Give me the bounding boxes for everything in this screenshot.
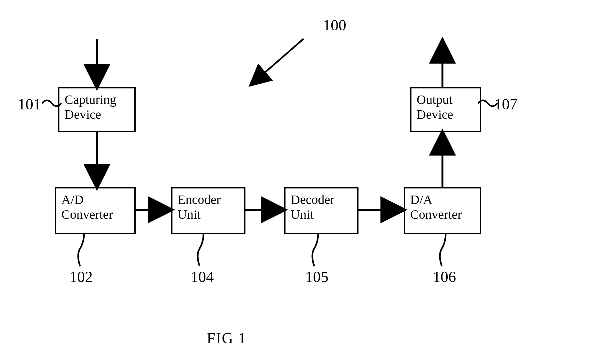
block-ad-converter: A/DConverter — [55, 187, 136, 234]
leader-106 — [440, 234, 446, 266]
block-output-device: OutputDevice — [410, 87, 481, 132]
leader-104 — [198, 234, 203, 266]
figure-caption: FIG 1 — [207, 329, 246, 347]
ref-105-label: 105 — [305, 268, 328, 286]
block-da-converter-label: D/AConverter — [410, 192, 462, 222]
block-encoder-unit: EncoderUnit — [171, 187, 245, 234]
leader-105 — [312, 234, 318, 266]
block-capturing-device-label: CapturingDevice — [65, 92, 116, 122]
main-ref-label: 100 — [323, 16, 346, 34]
leader-102 — [78, 234, 84, 266]
block-capturing-device: CapturingDevice — [58, 87, 136, 132]
block-decoder-unit: DecoderUnit — [284, 187, 358, 234]
ref-106-label: 106 — [433, 268, 456, 286]
block-decoder-unit-label: DecoderUnit — [291, 192, 334, 222]
block-encoder-unit-label: EncoderUnit — [178, 192, 221, 222]
block-output-device-label: OutputDevice — [417, 92, 453, 122]
ref-102-label: 102 — [69, 268, 93, 286]
ref-107-label: 107 — [494, 95, 517, 113]
diagram-canvas: CapturingDevice A/DConverter EncoderUnit… — [0, 0, 592, 364]
block-ad-converter-label: A/DConverter — [61, 192, 113, 222]
connector-overlay — [0, 0, 592, 364]
block-da-converter: D/AConverter — [404, 187, 481, 234]
ref-101-label: 101 — [18, 95, 41, 113]
ref-104-label: 104 — [191, 268, 214, 286]
leader-100 — [252, 39, 304, 84]
